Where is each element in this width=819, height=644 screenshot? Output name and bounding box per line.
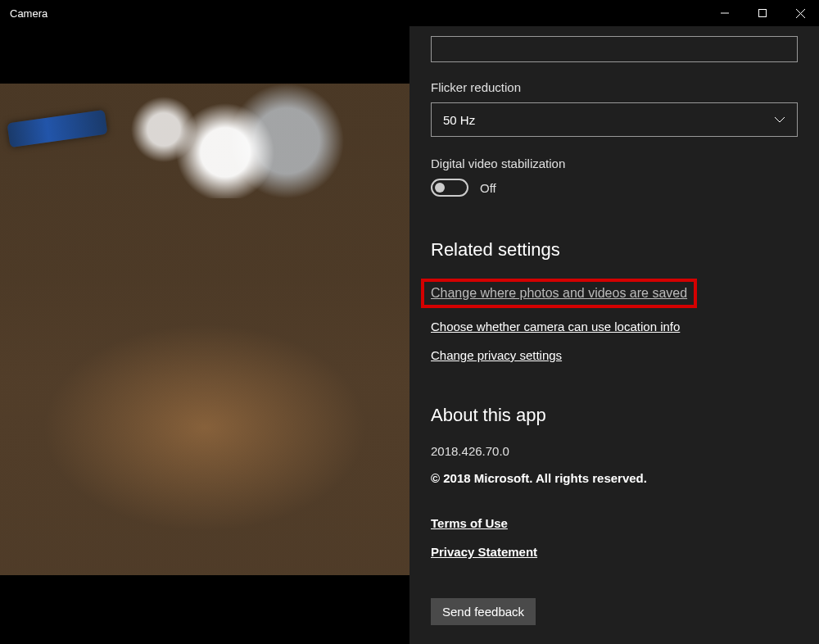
highlight-annotation: Change where photos and videos are saved: [421, 279, 697, 308]
stabilization-toggle[interactable]: [431, 179, 468, 197]
flicker-reduction-value: 50 Hz: [443, 113, 475, 127]
copyright-text: © 2018 Microsoft. All rights reserved.: [431, 471, 798, 485]
titlebar: Camera: [0, 0, 819, 26]
stabilization-label: Digital video stabilization: [431, 156, 798, 170]
stabilization-state: Off: [480, 181, 496, 195]
change-save-location-link[interactable]: Change where photos and videos are saved: [431, 286, 687, 300]
location-info-link[interactable]: Choose whether camera can use location i…: [431, 320, 680, 333]
settings-field-partial[interactable]: [431, 36, 798, 62]
send-feedback-button[interactable]: Send feedback: [431, 598, 536, 625]
maximize-button[interactable]: [744, 0, 781, 26]
camera-preview-pane: [0, 26, 410, 644]
minimize-button[interactable]: [706, 0, 744, 26]
stabilization-row: Off: [431, 179, 798, 197]
privacy-settings-link[interactable]: Change privacy settings: [431, 348, 562, 362]
flicker-reduction-dropdown[interactable]: 50 Hz: [431, 102, 798, 137]
window-controls: [706, 0, 819, 26]
toggle-knob: [435, 183, 445, 193]
about-heading: About this app: [431, 405, 798, 426]
close-button[interactable]: [781, 0, 819, 26]
app-version: 2018.426.70.0: [431, 444, 798, 458]
settings-pane: Flicker reduction 50 Hz Digital video st…: [410, 26, 819, 644]
window-title: Camera: [0, 7, 48, 20]
camera-preview: [0, 84, 410, 575]
terms-of-use-link[interactable]: Terms of Use: [431, 516, 508, 530]
content-area: Flicker reduction 50 Hz Digital video st…: [0, 26, 819, 644]
related-settings-heading: Related settings: [431, 239, 798, 261]
privacy-statement-link[interactable]: Privacy Statement: [431, 545, 537, 559]
chevron-down-icon: [774, 116, 785, 123]
flicker-reduction-label: Flicker reduction: [431, 80, 798, 94]
svg-rect-1: [759, 10, 767, 17]
